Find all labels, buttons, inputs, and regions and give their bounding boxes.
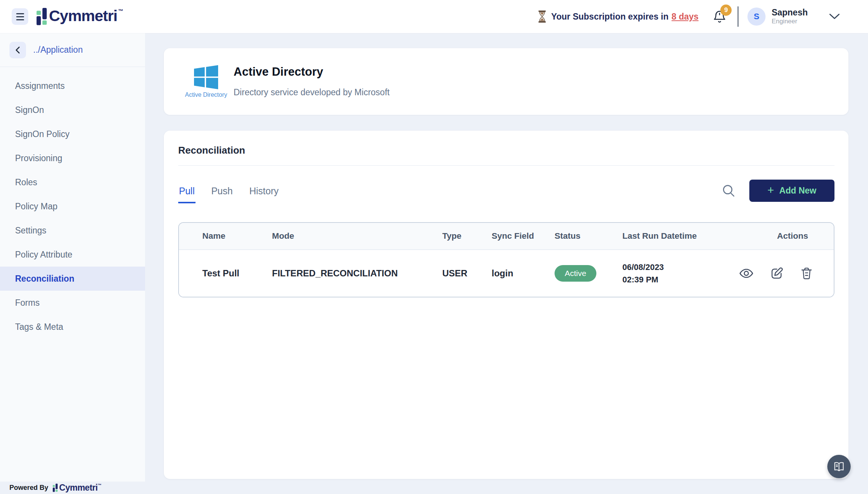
user-avatar[interactable]: S — [747, 8, 766, 26]
hamburger-menu-button[interactable] — [12, 8, 28, 25]
column-header-type: Type — [442, 231, 492, 241]
tab-history[interactable]: History — [249, 178, 280, 203]
column-header-actions: Actions — [739, 231, 808, 241]
sidebar-nav: Assignments SignOn SignOn Policy Provisi… — [0, 67, 145, 339]
page-title: Active Directory — [234, 66, 390, 78]
sidebar-item-forms[interactable]: Forms — [0, 291, 145, 315]
sidebar-item-signon[interactable]: SignOn — [0, 98, 145, 122]
page-subtitle: Directory service developed by Microsoft — [234, 87, 390, 98]
top-header: Cymmetri ™ Your Subscription expires in … — [0, 0, 868, 33]
cell-sync-field: login — [492, 268, 555, 279]
app-logo: Cymmetri ™ — [37, 7, 123, 26]
sidebar-item-settings[interactable]: Settings — [0, 218, 145, 242]
sidebar-item-reconciliation[interactable]: Reconciliation — [0, 267, 145, 291]
tab-push[interactable]: Push — [211, 178, 234, 203]
notifications-button[interactable]: 9 — [713, 9, 726, 24]
sidebar: ../Application Assignments SignOn SignOn… — [0, 33, 145, 482]
sidebar-item-assignments[interactable]: Assignments — [0, 74, 145, 98]
section-divider — [178, 165, 834, 166]
back-button[interactable] — [9, 42, 26, 58]
footer-logo: Cymmetri ™ — [53, 483, 101, 492]
brand-wordmark: Cymmetri — [49, 7, 117, 24]
sidebar-item-signon-policy[interactable]: SignOn Policy — [0, 122, 145, 146]
column-header-sync-field: Sync Field — [492, 231, 555, 241]
documentation-fab-button[interactable] — [827, 455, 851, 478]
column-header-name: Name — [202, 231, 272, 241]
user-menu[interactable]: Sapnesh Engineer — [772, 8, 808, 26]
sidebar-item-policy-map[interactable]: Policy Map — [0, 194, 145, 218]
sidebar-item-provisioning[interactable]: Provisioning — [0, 146, 145, 170]
column-header-mode: Mode — [272, 231, 442, 241]
view-button[interactable] — [739, 267, 753, 279]
sidebar-item-policy-attribute[interactable]: Policy Attribute — [0, 242, 145, 267]
column-header-last-run: Last Run Datetime — [622, 231, 739, 241]
column-header-status: Status — [555, 231, 622, 241]
plus-icon: + — [767, 184, 774, 196]
cell-status: Active — [555, 265, 622, 282]
main-content: Active Directory Active Directory Direct… — [145, 33, 868, 494]
application-logo-label: Active Directory — [185, 91, 227, 98]
user-role: Engineer — [772, 17, 808, 26]
add-new-button[interactable]: + Add New — [749, 180, 834, 202]
cymmetri-mark-icon — [37, 8, 47, 26]
application-header-card: Active Directory Active Directory Direct… — [164, 48, 848, 115]
user-name: Sapnesh — [772, 8, 808, 17]
notification-count-badge: 9 — [720, 5, 732, 16]
status-badge: Active — [555, 265, 596, 282]
windows-logo-icon — [193, 65, 219, 89]
powered-by-label: Powered By — [9, 484, 48, 492]
edit-icon — [770, 267, 784, 280]
cell-actions — [739, 267, 813, 280]
sidebar-item-tags-meta[interactable]: Tags & Meta — [0, 315, 145, 339]
cell-type: USER — [442, 268, 492, 279]
delete-button[interactable] — [800, 267, 813, 280]
trademark-symbol: ™ — [118, 8, 123, 14]
search-button[interactable] — [721, 183, 736, 198]
subscription-days-link[interactable]: 8 days — [672, 12, 699, 22]
cell-name: Test Pull — [202, 268, 272, 279]
trash-icon — [800, 267, 813, 280]
application-logo-block: Active Directory — [184, 65, 228, 98]
table-header-row: Name Mode Type Sync Field Status Last Ru… — [179, 223, 834, 250]
chevron-down-icon[interactable] — [829, 13, 840, 20]
breadcrumb[interactable]: ../Application — [33, 45, 83, 55]
tab-bar: Pull Push History + Add New — [178, 175, 834, 206]
section-heading: Reconciliation — [178, 144, 834, 156]
book-icon — [833, 461, 845, 472]
cymmetri-mark-icon — [53, 483, 58, 492]
subscription-expiry-text: Your Subscription expires in — [551, 12, 668, 22]
tab-pull[interactable]: Pull — [178, 178, 196, 203]
eye-icon — [739, 267, 753, 279]
cell-last-run-datetime: 06/08/2023 02:39 PM — [622, 261, 739, 286]
cell-mode: FILTERED_RECONCILIATION — [272, 268, 442, 279]
reconciliation-card: Reconciliation Pull Push History + Add N… — [164, 131, 848, 479]
back-chevron-icon — [14, 46, 21, 54]
edit-button[interactable] — [770, 267, 784, 280]
hourglass-icon — [538, 11, 547, 23]
search-icon — [721, 183, 736, 198]
powered-by-bar: Powered By Cymmetri ™ — [0, 482, 868, 494]
sidebar-item-roles[interactable]: Roles — [0, 170, 145, 194]
header-divider — [738, 6, 738, 27]
table-row: Test Pull FILTERED_RECONCILIATION USER l… — [179, 250, 834, 297]
hamburger-menu-icon — [16, 13, 24, 14]
sidebar-header: ../Application — [0, 33, 145, 67]
reconciliation-table: Name Mode Type Sync Field Status Last Ru… — [178, 222, 834, 297]
